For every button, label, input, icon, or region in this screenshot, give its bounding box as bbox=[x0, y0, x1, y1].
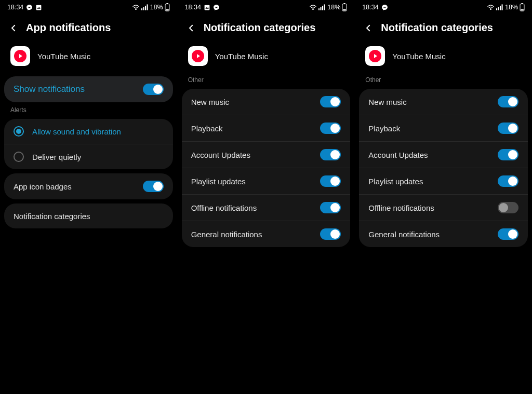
category-toggle[interactable] bbox=[320, 149, 341, 160]
category-toggle-row[interactable]: Playlist updates bbox=[359, 168, 528, 194]
show-notifications-card: Show notifications bbox=[4, 76, 173, 102]
radio-allow-sound[interactable]: Allow sound and vibration bbox=[4, 119, 173, 144]
battery-icon bbox=[520, 3, 525, 11]
category-toggle[interactable] bbox=[498, 96, 518, 107]
other-section-label: Other bbox=[355, 74, 532, 87]
badges-label: App icon badges bbox=[14, 182, 72, 191]
battery-pct: 18% bbox=[150, 4, 163, 11]
category-label: Playback bbox=[191, 124, 223, 133]
status-time: 18:34 bbox=[7, 4, 23, 11]
category-toggle-row[interactable]: Offline notifications bbox=[182, 194, 351, 221]
category-toggle-row[interactable]: Playlist updates bbox=[182, 168, 351, 194]
category-toggle-row[interactable]: New music bbox=[359, 89, 528, 115]
svg-rect-26 bbox=[521, 3, 523, 4]
messenger-icon bbox=[26, 4, 33, 11]
alerts-card: Allow sound and vibration Deliver quietl… bbox=[4, 119, 173, 169]
app-header-row[interactable]: YouTube Music bbox=[178, 43, 355, 74]
svg-rect-9 bbox=[166, 9, 169, 10]
signal-icon bbox=[496, 4, 503, 10]
svg-rect-14 bbox=[321, 7, 322, 10]
category-label: Account Updates bbox=[191, 151, 250, 159]
svg-rect-0 bbox=[36, 5, 42, 10]
svg-rect-5 bbox=[145, 6, 146, 10]
category-toggle-row[interactable]: Account Updates bbox=[359, 141, 528, 168]
categories-list-card: New musicPlaybackAccount UpdatesPlaylist… bbox=[182, 89, 351, 247]
back-button[interactable] bbox=[363, 23, 374, 33]
category-toggle-row[interactable]: Account Updates bbox=[182, 141, 351, 168]
youtube-music-icon bbox=[10, 46, 30, 66]
category-toggle[interactable] bbox=[320, 96, 341, 107]
battery-pct: 18% bbox=[505, 4, 518, 11]
status-time: 18:34 bbox=[185, 4, 201, 11]
badges-card: App icon badges bbox=[4, 173, 173, 199]
svg-rect-6 bbox=[147, 4, 148, 10]
app-icon-badges-row[interactable]: App icon badges bbox=[4, 173, 173, 199]
category-toggle-row[interactable]: General notifications bbox=[359, 221, 528, 247]
signal-icon bbox=[141, 4, 149, 10]
categories-label: Notification categories bbox=[14, 212, 90, 221]
svg-rect-10 bbox=[205, 5, 210, 10]
badges-toggle[interactable] bbox=[143, 181, 164, 192]
svg-rect-23 bbox=[500, 6, 501, 10]
app-name-label: YouTube Music bbox=[392, 52, 445, 61]
notification-categories-row[interactable]: Notification categories bbox=[4, 203, 173, 228]
app-header-row[interactable]: YouTube Music bbox=[0, 43, 177, 74]
app-header-row[interactable]: YouTube Music bbox=[355, 43, 532, 74]
category-toggle[interactable] bbox=[320, 202, 341, 213]
categories-list-card: New musicPlaybackAccount UpdatesPlaylist… bbox=[359, 89, 528, 247]
page-title: Notification categories bbox=[381, 22, 493, 34]
wifi-icon bbox=[309, 4, 317, 10]
show-notifications-toggle-row[interactable]: Show notifications bbox=[4, 76, 173, 102]
svg-rect-16 bbox=[324, 4, 325, 10]
page-header: Notification categories bbox=[355, 15, 532, 43]
back-button[interactable] bbox=[186, 23, 196, 33]
gallery-icon bbox=[204, 4, 210, 11]
category-toggle[interactable] bbox=[498, 123, 518, 134]
category-label: Playlist updates bbox=[191, 177, 246, 186]
category-toggle-row[interactable]: General notifications bbox=[182, 221, 351, 247]
category-toggle-row[interactable]: Playback bbox=[182, 115, 351, 141]
category-toggle[interactable] bbox=[498, 228, 518, 240]
svg-rect-27 bbox=[521, 9, 524, 10]
category-toggle[interactable] bbox=[498, 175, 518, 187]
category-label: New music bbox=[368, 98, 406, 106]
svg-rect-22 bbox=[498, 7, 499, 10]
show-notifications-toggle[interactable] bbox=[143, 84, 164, 95]
category-toggle[interactable] bbox=[320, 228, 341, 240]
back-button[interactable] bbox=[8, 23, 19, 33]
signal-icon bbox=[318, 4, 326, 10]
category-label: Playlist updates bbox=[368, 177, 423, 186]
category-toggle[interactable] bbox=[320, 175, 341, 187]
category-toggle[interactable] bbox=[498, 149, 518, 160]
svg-rect-13 bbox=[318, 8, 320, 10]
show-notifications-label: Show notifications bbox=[14, 84, 85, 94]
svg-rect-21 bbox=[496, 8, 497, 10]
category-toggle-row[interactable]: New music bbox=[182, 89, 351, 115]
youtube-music-icon bbox=[188, 46, 208, 66]
category-toggle-row[interactable]: Offline notifications bbox=[359, 194, 528, 221]
page-header: Notification categories bbox=[178, 15, 355, 43]
messenger-icon bbox=[381, 4, 388, 11]
svg-rect-3 bbox=[141, 8, 142, 10]
svg-point-2 bbox=[135, 9, 136, 10]
category-label: Offline notifications bbox=[191, 203, 257, 212]
svg-rect-8 bbox=[166, 3, 168, 4]
status-bar: 18:34 18% bbox=[0, 0, 177, 15]
svg-rect-19 bbox=[343, 9, 347, 10]
status-bar: 18:34 18% bbox=[355, 0, 532, 15]
categories-card: Notification categories bbox=[4, 203, 173, 228]
category-toggle[interactable] bbox=[320, 123, 341, 134]
category-label: General notifications bbox=[191, 230, 262, 239]
svg-rect-15 bbox=[322, 6, 323, 10]
messenger-icon bbox=[213, 4, 220, 11]
category-label: New music bbox=[191, 98, 229, 106]
page-title: App notifications bbox=[26, 22, 111, 34]
category-toggle[interactable] bbox=[498, 202, 518, 213]
pane-categories-b: 18:34 18% Notification categories YouTub… bbox=[354, 0, 532, 394]
category-toggle-row[interactable]: Playback bbox=[359, 115, 528, 141]
wifi-icon bbox=[487, 4, 495, 10]
category-label: Offline notifications bbox=[368, 203, 434, 212]
radio-deliver-quietly[interactable]: Deliver quietly bbox=[4, 144, 173, 169]
status-time: 18:34 bbox=[362, 4, 378, 11]
page-header: App notifications bbox=[0, 15, 177, 43]
